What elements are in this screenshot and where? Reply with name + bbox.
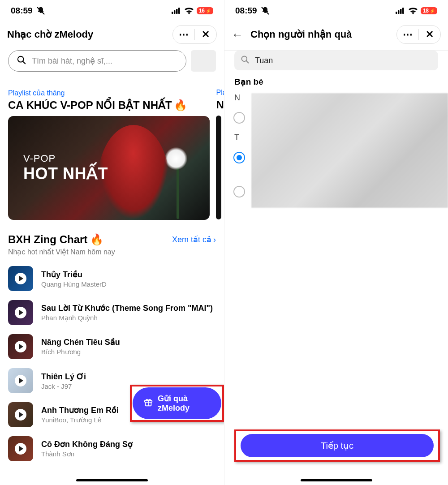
cover-text-small: V-POP bbox=[23, 153, 108, 164]
header: ← Chọn người nhận quà ⋯ ✕ bbox=[224, 21, 448, 51]
search-input[interactable] bbox=[255, 56, 432, 65]
header: Nhạc chờ zMelody ⋯ ✕ bbox=[0, 21, 224, 50]
silent-icon bbox=[261, 6, 270, 15]
svg-rect-8 bbox=[398, 10, 400, 14]
fire-icon: 🔥 bbox=[174, 99, 187, 112]
search-input[interactable] bbox=[32, 56, 178, 66]
screen-right: 08:59 18 ← Chọn người nhận quà ⋯ ✕ bbox=[224, 0, 448, 485]
play-icon bbox=[15, 341, 26, 352]
song-thumb[interactable] bbox=[8, 266, 33, 291]
song-artist: YuniBoo, Trường Lê bbox=[41, 416, 119, 424]
song-title: Anh Thương Em Rồi bbox=[41, 405, 119, 415]
status-bar: 08:59 16 bbox=[0, 0, 224, 21]
svg-rect-2 bbox=[176, 9, 178, 14]
playlist-tag: Pla bbox=[216, 89, 224, 97]
playlist-card[interactable]: Playlist của tháng CA KHÚC V-POP NỔI BẬT… bbox=[8, 89, 210, 220]
continue-button[interactable]: Tiếp tục bbox=[241, 434, 434, 457]
radio-checked[interactable] bbox=[233, 152, 245, 163]
more-button[interactable]: ⋯ bbox=[397, 26, 418, 43]
continue-button-highlight: Tiếp tục bbox=[234, 429, 440, 462]
status-time: 08:59 bbox=[11, 6, 33, 16]
playlist-card-peek[interactable]: Pla NH bbox=[216, 89, 224, 219]
page-title: Chọn người nhận quà bbox=[250, 29, 352, 40]
playlist-cover[interactable]: V-POP HOT NHẤT bbox=[8, 116, 210, 220]
chart-title: BXH Zing Chart🔥 bbox=[8, 233, 103, 246]
screen-left: 08:59 16 Nhạc chờ zMelody ⋯ ✕ bbox=[0, 0, 224, 485]
signal-icon bbox=[172, 8, 181, 14]
svg-rect-3 bbox=[178, 8, 180, 14]
chevron-right-icon: › bbox=[213, 235, 216, 245]
song-title: Nâng Chén Tiêu Sầu bbox=[41, 337, 120, 347]
close-button[interactable]: ✕ bbox=[419, 26, 440, 43]
song-artist: Jack - J97 bbox=[41, 382, 86, 390]
svg-rect-0 bbox=[172, 12, 173, 14]
page-title: Nhạc chờ zMelody bbox=[7, 29, 93, 40]
chart-section: BXH Zing Chart🔥 Xem tất cả› Nhạc hot nhấ… bbox=[0, 220, 224, 461]
play-icon bbox=[15, 443, 26, 455]
song-artist: Bích Phương bbox=[41, 348, 120, 356]
play-icon bbox=[15, 273, 26, 284]
status-time: 08:59 bbox=[235, 6, 257, 16]
back-button[interactable]: ← bbox=[232, 28, 243, 42]
radio-unchecked[interactable] bbox=[233, 186, 245, 197]
friends-heading: Bạn bè bbox=[224, 76, 448, 90]
song-thumb[interactable] bbox=[8, 334, 33, 359]
playlist-tag: Playlist của tháng bbox=[8, 89, 210, 97]
search-icon bbox=[241, 55, 250, 66]
search-input-wrap[interactable] bbox=[234, 51, 438, 70]
song-artist: Phan Mạnh Quỳnh bbox=[41, 314, 213, 322]
close-button[interactable]: ✕ bbox=[195, 26, 216, 43]
song-thumb[interactable] bbox=[8, 402, 33, 427]
play-icon bbox=[15, 307, 26, 318]
song-thumb[interactable] bbox=[8, 368, 33, 393]
playlists-section: Playlist của tháng CA KHÚC V-POP NỔI BẬT… bbox=[0, 78, 224, 220]
more-button[interactable]: ⋯ bbox=[173, 26, 194, 43]
song-list: Thủy TriềuQuang Hùng MasterD Sau Lời Từ … bbox=[8, 266, 216, 461]
song-thumb[interactable] bbox=[8, 300, 33, 325]
gift-button-highlight: Gửi quà zMelody bbox=[130, 385, 224, 422]
view-all-link[interactable]: Xem tất cả› bbox=[172, 235, 216, 245]
gift-button-label: Gửi quà zMelody bbox=[158, 394, 211, 413]
chart-subtitle: Nhạc hot nhất Việt Nam hôm nay bbox=[8, 248, 216, 256]
wifi-icon bbox=[408, 7, 418, 14]
gift-button[interactable]: Gửi quà zMelody bbox=[133, 387, 221, 419]
cover-text-big: HOT NHẤT bbox=[23, 164, 108, 183]
fire-icon: 🔥 bbox=[90, 233, 103, 246]
playlist-title: NH bbox=[216, 99, 224, 111]
wifi-icon bbox=[184, 7, 194, 14]
radio-unchecked[interactable] bbox=[233, 112, 245, 124]
status-bar: 08:59 18 bbox=[224, 0, 448, 21]
search-input-wrap[interactable] bbox=[8, 50, 186, 72]
header-actions: ⋯ ✕ bbox=[396, 25, 441, 44]
song-item[interactable]: Thủy TriềuQuang Hùng MasterD bbox=[8, 266, 216, 291]
svg-rect-1 bbox=[174, 10, 176, 14]
gift-icon bbox=[143, 397, 153, 409]
friends-redacted bbox=[251, 93, 448, 208]
song-item[interactable]: Cô Đơn Không Đáng SợThành Sơn bbox=[8, 436, 216, 461]
song-item[interactable]: Sau Lời Từ Khước (Theme Song From "MAI")… bbox=[8, 300, 216, 325]
svg-rect-10 bbox=[402, 8, 404, 14]
battery-badge: 16 bbox=[197, 7, 213, 14]
battery-badge: 18 bbox=[421, 7, 437, 14]
signal-icon bbox=[396, 8, 405, 14]
svg-rect-7 bbox=[396, 12, 397, 14]
song-artist: Thành Sơn bbox=[41, 450, 133, 458]
svg-rect-9 bbox=[400, 9, 402, 14]
play-icon bbox=[15, 409, 26, 421]
friends-list: N T bbox=[224, 93, 448, 204]
song-title: Thủy Triều bbox=[41, 270, 107, 279]
playlist-title: CA KHÚC V-POP NỔI BẬT NHẤT🔥 bbox=[8, 99, 210, 112]
home-indicator[interactable] bbox=[301, 479, 372, 481]
header-actions: ⋯ ✕ bbox=[172, 25, 217, 44]
song-thumb[interactable] bbox=[8, 436, 33, 461]
search-icon bbox=[17, 55, 26, 67]
search-side-thumb[interactable] bbox=[191, 50, 216, 72]
song-title: Thiên Lý Ơi bbox=[41, 372, 86, 382]
silent-icon bbox=[36, 6, 45, 15]
song-artist: Quang Hùng MasterD bbox=[41, 280, 107, 288]
home-indicator[interactable] bbox=[76, 479, 148, 481]
song-title: Sau Lời Từ Khước (Theme Song From "MAI") bbox=[41, 303, 213, 313]
play-icon bbox=[15, 375, 26, 386]
continue-button-label: Tiếp tục bbox=[321, 440, 353, 451]
song-item[interactable]: Nâng Chén Tiêu SầuBích Phương bbox=[8, 334, 216, 359]
